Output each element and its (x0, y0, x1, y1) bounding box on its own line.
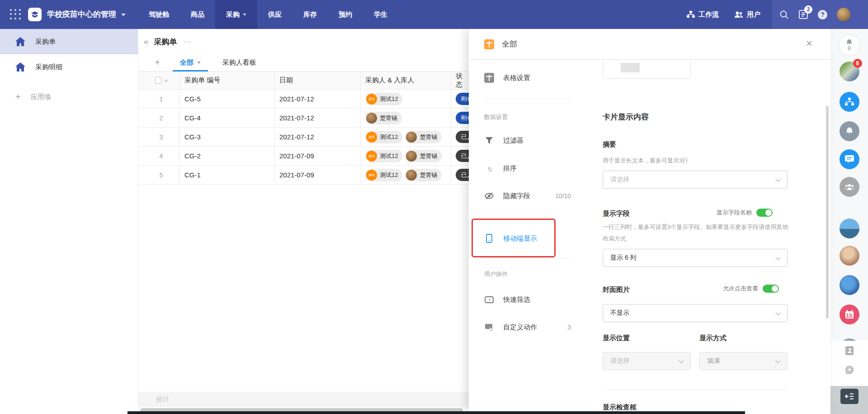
collapse-sidebar-icon[interactable]: « (144, 37, 149, 47)
cover-click-toggle[interactable] (763, 285, 779, 293)
nav-item-student[interactable]: 学生 (363, 0, 398, 29)
user-avatar[interactable] (837, 8, 850, 21)
add-view-button[interactable]: + (155, 57, 160, 68)
cell-date[interactable]: 2021-07-09 (275, 147, 361, 165)
status-badge: 刚创建 (456, 112, 469, 124)
search-icon[interactable] (779, 10, 789, 19)
cell-date[interactable]: 2021-07-09 (275, 166, 361, 184)
tab-all[interactable]: 全部 (180, 54, 201, 71)
chat-icon (845, 155, 854, 164)
cover-display-select[interactable]: 不显示 (603, 304, 788, 322)
view-tabbar: + 全部 采购人看板 (138, 54, 469, 71)
home-icon (15, 37, 25, 46)
menu-item-filter[interactable]: 过滤器 (484, 132, 581, 148)
app-logo-icon[interactable] (28, 8, 42, 21)
eye-off-icon (484, 192, 494, 200)
vertical-scrollbar[interactable] (826, 106, 829, 319)
notification-bell-button[interactable]: 8 (839, 34, 860, 56)
avatar (406, 170, 417, 181)
window-bottom-edge (127, 411, 745, 414)
help-icon[interactable]: ? (818, 10, 827, 19)
custom-action-count: 3 (567, 324, 571, 331)
cell-people: 测试测试12 (361, 90, 451, 108)
tab-label: 全部 (180, 58, 193, 67)
table-row[interactable]: 5 CG-1 2021-07-09 测试测试12 楚霄锡 已入库 (138, 166, 469, 185)
statistics-bar[interactable]: 统计 (138, 392, 469, 407)
status-badge: 已入库 (456, 150, 469, 162)
navbar-right: 工作流 用户 (687, 0, 772, 29)
hidden-fields-count: 10/10 (555, 192, 571, 200)
menu-item-custom-action[interactable]: 自定义动作 3 (484, 319, 581, 335)
groups-dock-button[interactable] (840, 177, 859, 197)
abstract-select[interactable]: 请选择 (603, 171, 788, 189)
column-header-people[interactable]: 采购人 & 入库人 (361, 71, 451, 89)
menu-item-sort[interactable]: ↑↓ 排序 (484, 160, 581, 176)
collapse-panel-button[interactable] (840, 389, 859, 404)
cell-code[interactable]: CG-3 (180, 128, 275, 146)
add-app-item-label: 应用项 (31, 93, 51, 101)
address-book-icon[interactable] (844, 345, 855, 356)
add-app-item-button[interactable]: + 应用项 (0, 84, 138, 109)
chevron-down-icon[interactable] (164, 77, 168, 82)
mode-select[interactable]: 填满 (699, 352, 788, 370)
chevron-down-icon (775, 358, 780, 363)
divider (603, 390, 788, 390)
more-actions-icon[interactable]: ⋯ (184, 37, 192, 47)
nav-item-inventory[interactable]: 库存 (292, 0, 328, 29)
cell-date[interactable]: 2021-07-12 (275, 90, 361, 108)
avatar (406, 151, 417, 162)
table-row[interactable]: 3 CG-3 2021-07-12 测试测试12 楚霄锡 已入库 (138, 128, 469, 147)
inbox-icon[interactable]: 2 (798, 10, 808, 19)
users-label: 用户 (747, 10, 760, 19)
user-chip: 楚霄锡 (405, 131, 442, 143)
chat-contact-avatar[interactable] (840, 219, 859, 238)
workflow-button[interactable]: 工作流 (687, 10, 719, 19)
cell-code[interactable]: CG-2 (180, 147, 275, 165)
table-row[interactable]: 2 CG-4 2021-07-12 楚霄锡 刚创建 (138, 109, 469, 128)
calendar-dock-button[interactable]: 15 (840, 305, 859, 324)
users-button[interactable]: 用户 (734, 10, 760, 19)
sidebar-item-purchase-detail[interactable]: 采购明细 (0, 54, 138, 80)
chat-contact-avatar[interactable] (840, 246, 859, 266)
cell-date[interactable]: 2021-07-12 (275, 128, 361, 146)
menu-item-mobile-display[interactable]: 移动端显示 (484, 230, 581, 247)
cell-code[interactable]: CG-1 (180, 166, 275, 184)
column-header-date[interactable]: 日期 (275, 71, 361, 89)
menu-item-table-settings[interactable]: 表格设置 (484, 70, 581, 86)
chevron-down-icon (775, 310, 780, 315)
columns-select[interactable]: 显示 6 列 (603, 249, 788, 267)
new-chat-icon[interactable] (844, 365, 855, 376)
column-header-status[interactable]: 状态 (451, 71, 469, 89)
tab-purchaser-board[interactable]: 采购人看板 (222, 54, 256, 71)
nav-item-goods[interactable]: 商品 (180, 0, 215, 29)
nav-item-supply[interactable]: 供应 (257, 0, 292, 29)
column-header-code[interactable]: 采购单 编号 (180, 71, 275, 89)
chevron-down-icon[interactable] (121, 14, 126, 16)
chat-contact-avatar[interactable] (840, 275, 859, 295)
cell-date[interactable]: 2021-07-12 (275, 109, 361, 127)
nav-item-purchase[interactable]: 采购 (215, 0, 257, 29)
cell-code[interactable]: CG-5 (180, 90, 275, 108)
avatar (406, 132, 417, 143)
workflow-dock-button[interactable] (840, 92, 859, 112)
position-select[interactable]: 请选择 (603, 352, 691, 370)
app-title[interactable]: 学校疫苗中心的管理 (47, 0, 116, 29)
select-all-checkbox[interactable] (155, 77, 162, 84)
section-label-user-actions: 用户操作 (484, 270, 508, 278)
user-chip-label: 测试12 (380, 171, 398, 179)
sidebar-item-purchase-order[interactable]: 采购单 (0, 29, 138, 54)
chat-dock-button[interactable] (840, 149, 859, 169)
table-row[interactable]: 1 CG-5 2021-07-12 测试测试12 刚创建 (138, 90, 469, 109)
menu-item-hidden-fields[interactable]: 隐藏字段 10/10 (484, 188, 581, 204)
close-icon[interactable]: × (806, 38, 812, 49)
nav-item-cockpit[interactable]: 驾驶舱 (138, 0, 180, 29)
bell-dock-button[interactable] (840, 121, 859, 141)
apps-grid-icon[interactable] (10, 9, 22, 20)
cell-status: 刚创建 (451, 90, 469, 108)
menu-item-quick-filter[interactable]: 快速筛选 (484, 291, 581, 308)
chat-contact-avatar[interactable]: 8 (840, 62, 859, 81)
cell-code[interactable]: CG-4 (180, 109, 275, 127)
nav-item-appointment[interactable]: 预约 (328, 0, 363, 29)
table-row[interactable]: 4 CG-2 2021-07-09 测试测试12 楚霄锡 已入库 (138, 147, 469, 166)
field-name-toggle[interactable] (756, 209, 773, 217)
